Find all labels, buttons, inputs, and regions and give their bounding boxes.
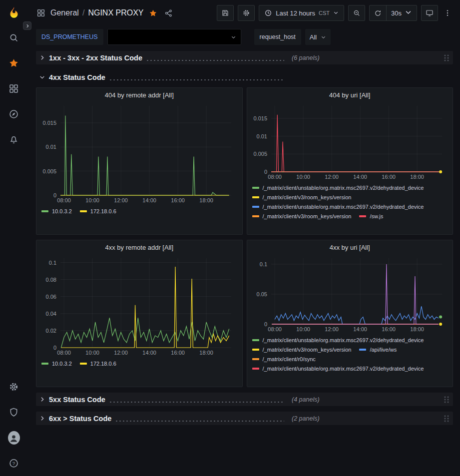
legend-item[interactable]: /_matrix/client/v3/room_keys/version [252, 194, 352, 200]
alerting-bell-icon[interactable] [8, 133, 20, 145]
legend-marker [252, 339, 259, 341]
legend-marker [41, 210, 48, 212]
legend-marker [41, 363, 48, 365]
legend-item[interactable]: /_matrix/client/unstable/org.matrix.msc2… [252, 204, 424, 210]
panel-title[interactable]: 4xx by remote addr [All] [36, 240, 242, 254]
svg-text:16:00: 16:00 [171, 197, 185, 203]
favorite-star-icon[interactable] [149, 9, 157, 17]
dashboard-header: General / NGINX PROXY Last 12 hours CST [27, 0, 460, 26]
legend-label: 10.0.3.2 [52, 361, 72, 367]
svg-text:08:00: 08:00 [57, 350, 71, 356]
legend-label: /_matrix/client/unstable/org.matrix.msc2… [263, 366, 424, 372]
svg-text:?: ? [12, 461, 15, 466]
breadcrumb-folder[interactable]: General [50, 8, 79, 17]
row-header-5xx[interactable]: 5xx Status Code (4 panels) [36, 393, 453, 406]
drag-handle-icon[interactable] [443, 415, 450, 423]
chart-404-by-uri[interactable]: 08:0010:0012:0014:0016:0018:0000.0050.01… [250, 102, 450, 181]
legend-marker [252, 349, 259, 351]
legend-item[interactable]: 10.0.3.2 [41, 361, 72, 367]
help-icon[interactable]: ? [8, 457, 20, 469]
panel-404-by-remote-addr: 404 by remote addr [All] 08:0010:0012:00… [36, 87, 243, 235]
time-range-picker[interactable]: Last 12 hours CST [259, 5, 344, 21]
svg-text:18:00: 18:00 [199, 197, 213, 203]
chart-4xx-by-uri[interactable]: 08:0010:0012:0014:0016:0018:0000.050.1 [250, 254, 450, 333]
tv-icon [426, 9, 434, 17]
legend-label: /_matrix/client/unstable/org.matrix.msc2… [263, 337, 424, 343]
legend-item[interactable]: /_matrix/client/unstable/org.matrix.msc2… [252, 366, 424, 372]
chevron-right-icon [39, 54, 49, 61]
search-icon[interactable] [8, 31, 20, 43]
legend-item[interactable]: /_matrix/client/unstable/org.matrix.msc2… [252, 185, 424, 191]
svg-text:12:00: 12:00 [114, 350, 128, 356]
dashboards-icon[interactable] [8, 82, 20, 94]
sidebar-expand-chevron[interactable] [23, 21, 31, 30]
svg-text:18:00: 18:00 [410, 326, 424, 332]
timezone-badge: CST [319, 10, 330, 16]
row-header-1xx-3xx-2xx[interactable]: 1xx - 3xx - 2xx Status Code (6 panels) [36, 51, 453, 64]
drag-handle-icon[interactable] [443, 396, 450, 404]
datasource-variable-select[interactable] [107, 29, 241, 45]
settings-gear-icon[interactable] [8, 381, 20, 393]
page-title[interactable]: NGINX PROXY [88, 8, 143, 17]
request-host-variable-label[interactable]: request_host [254, 29, 301, 45]
starred-icon[interactable] [8, 57, 20, 69]
legend-item[interactable]: /_matrix/client/unstable/org.matrix.msc2… [252, 337, 424, 343]
svg-text:10:00: 10:00 [296, 326, 310, 332]
drag-handle-icon[interactable] [443, 54, 450, 62]
datasource-variable-label[interactable]: DS_PROMETHEUS [36, 29, 103, 45]
legend-marker [252, 206, 259, 208]
request-host-variable-value: All [310, 33, 317, 41]
svg-text:08:00: 08:00 [57, 197, 71, 203]
admin-shield-icon[interactable] [8, 406, 20, 418]
chart-404-by-remote-addr[interactable]: 08:0010:0012:0014:0016:0018:0000.0050.01… [39, 102, 239, 204]
legend-marker [359, 349, 366, 351]
legend-item[interactable]: /_matrix/client/v3/room_keys/version [252, 347, 352, 353]
dashboard-settings-button[interactable] [238, 5, 255, 21]
legend-item[interactable]: /sw.js [359, 213, 383, 219]
legend-label: 10.0.3.2 [52, 208, 72, 214]
legend-item[interactable]: 172.18.0.6 [80, 208, 116, 214]
chart-4xx-by-remote-addr[interactable]: 08:0010:0012:0014:0016:0018:0000.020.040… [39, 254, 239, 357]
share-icon[interactable] [164, 9, 173, 17]
user-avatar-icon [8, 431, 20, 445]
legend-label: 172.18.0.6 [90, 208, 116, 214]
chevron-right-icon [39, 396, 49, 403]
row-header-6xx[interactable]: 6xx > Status Code (2 panels) [36, 412, 453, 425]
grafana-logo[interactable] [8, 6, 20, 18]
save-dashboard-button[interactable] [217, 5, 234, 21]
panel-title[interactable]: 404 by uri [All] [247, 88, 453, 102]
tv-kiosk-button[interactable] [421, 5, 438, 21]
panel-title[interactable]: 4xx by uri [All] [247, 240, 453, 254]
refresh-interval-dropdown[interactable]: 30s [386, 5, 417, 20]
avatar[interactable] [8, 432, 20, 444]
chevron-right-icon [39, 415, 49, 422]
legend-label: /_matrix/client/v3/room_keys/version [263, 213, 352, 219]
dashboards-grid-icon[interactable] [36, 8, 45, 17]
legend-item[interactable]: /api/live/ws [359, 347, 397, 353]
legend-label: /_matrix/client/unstable/org.matrix.msc2… [263, 185, 424, 191]
legend-marker [252, 187, 259, 189]
zoom-out-button[interactable] [348, 5, 365, 21]
legend-item[interactable]: 10.0.3.2 [41, 208, 72, 214]
request-host-variable-select[interactable]: All [305, 29, 331, 45]
svg-text:0.08: 0.08 [46, 277, 56, 283]
legend-item[interactable]: /_matrix/client/v3/room_keys/version [252, 213, 352, 219]
more-options-kebab-icon[interactable] [442, 5, 453, 21]
chevron-down-icon [333, 9, 339, 17]
row-header-4xx[interactable]: 4xx Status Code [36, 70, 453, 84]
explore-compass-icon[interactable] [8, 108, 20, 120]
row-title: 1xx - 3xx - 2xx Status Code [49, 54, 142, 62]
refresh-icon [374, 9, 382, 17]
svg-text:0.04: 0.04 [46, 311, 56, 317]
svg-text:10:00: 10:00 [85, 197, 99, 203]
svg-text:0.015: 0.015 [253, 115, 267, 121]
panel-title[interactable]: 404 by remote addr [All] [36, 88, 242, 102]
row-panel-count: (6 panels) [292, 54, 320, 61]
legend-item[interactable]: 172.18.0.6 [80, 361, 116, 367]
svg-text:12:00: 12:00 [325, 326, 339, 332]
chart-legend: 10.0.3.2172.18.0.6 [36, 204, 242, 234]
refresh-button[interactable] [370, 5, 386, 20]
svg-text:0.005: 0.005 [42, 168, 56, 174]
legend-item[interactable]: /_matrix/client/r0/sync [252, 356, 316, 362]
legend-label: /_matrix/client/r0/sync [263, 356, 316, 362]
